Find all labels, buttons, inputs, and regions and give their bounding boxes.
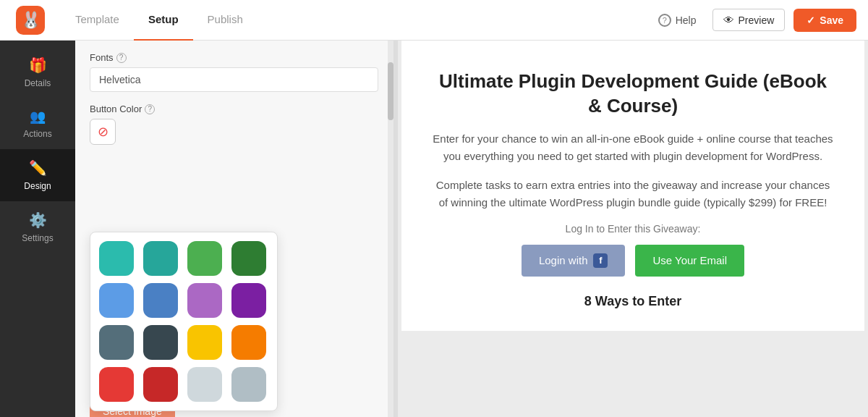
color-swatch-slate-2[interactable] (143, 325, 178, 360)
help-circle-icon: ? (658, 14, 671, 27)
settings-panel: Fonts ? Button Color ? ⊘ (75, 41, 393, 417)
color-swatch-blue-2[interactable] (143, 283, 178, 318)
gear-icon: ⚙️ (29, 211, 47, 229)
login-facebook-button[interactable]: Login with f (522, 245, 626, 277)
people-icon: 👥 (30, 109, 46, 125)
sidebar-item-details[interactable]: 🎁 Details (0, 46, 75, 98)
preview-ways-to-enter: 8 Ways to Enter (430, 294, 835, 309)
sidebar-item-design[interactable]: ✏️ Design (0, 149, 75, 201)
color-swatch-green-2[interactable] (231, 241, 266, 276)
sidebar-item-label-settings: Settings (22, 233, 53, 243)
preview-button[interactable]: 👁 Preview (712, 9, 786, 31)
login-fb-label: Login with (539, 254, 588, 266)
tab-setup[interactable]: Setup (134, 0, 193, 41)
gift-icon: 🎁 (29, 56, 47, 74)
color-swatch-slate-1[interactable] (99, 325, 134, 360)
color-swatch-yellow[interactable] (187, 325, 222, 360)
facebook-icon: f (593, 253, 608, 268)
main: 🎁 Details 👥 Actions ✏️ Design ⚙️ Setting… (0, 41, 868, 417)
panel-inner: Fonts ? Button Color ? ⊘ (75, 41, 393, 417)
button-color-field-group: Button Color ? ⊘ (90, 104, 378, 145)
preview-pane: Ultimate Plugin Development Guide (eBook… (398, 41, 868, 417)
nav-tabs: Template Setup Publish (61, 0, 258, 40)
pencil-icon: ✏️ (29, 159, 47, 177)
color-swatch-orange[interactable] (231, 325, 266, 360)
fonts-label: Fonts ? (90, 52, 378, 63)
preview-title: Ultimate Plugin Development Guide (eBook… (430, 70, 835, 119)
preview-desc1: Enter for your chance to win an all-in-o… (430, 130, 835, 165)
logo: 🐰 (12, 0, 49, 41)
preview-buttons: Login with f Use Your Email (430, 245, 835, 277)
sidebar-item-label-details: Details (25, 78, 51, 88)
preview-card: Ultimate Plugin Development Guide (eBook… (401, 41, 864, 331)
color-swatch-purple-2[interactable] (231, 283, 266, 318)
header: 🐰 Template Setup Publish ? Help 👁 Previe… (0, 0, 868, 41)
login-email-button[interactable]: Use Your Email (635, 245, 744, 277)
preview-login-label: Log In to Enter this Giveaway: (430, 223, 835, 235)
color-swatch-blue-1[interactable] (99, 283, 134, 318)
color-swatch-teal-1[interactable] (99, 241, 134, 276)
color-grid (99, 241, 268, 402)
color-swatch-red-2[interactable] (143, 367, 178, 402)
sidebar-item-settings[interactable]: ⚙️ Settings (0, 201, 75, 253)
no-color-icon: ⊘ (98, 124, 109, 140)
eye-icon: 👁 (723, 14, 734, 26)
color-swatch-teal-2[interactable] (143, 241, 178, 276)
sidenav: 🎁 Details 👥 Actions ✏️ Design ⚙️ Setting… (0, 41, 75, 417)
logo-face-icon: 🐰 (21, 11, 41, 30)
color-picker-dropdown (90, 232, 278, 411)
button-color-help-icon[interactable]: ? (145, 104, 155, 114)
color-swatch-green-1[interactable] (187, 241, 222, 276)
color-swatch-gray-light-2[interactable] (231, 367, 266, 402)
fonts-field-group: Fonts ? (90, 52, 378, 92)
color-swatch-gray-light-1[interactable] (187, 367, 222, 402)
help-label: Help (676, 14, 697, 26)
button-color-row: ⊘ (90, 119, 378, 145)
fonts-input[interactable] (90, 67, 378, 92)
color-swatch-red-1[interactable] (99, 367, 134, 402)
check-icon: ✓ (807, 14, 815, 26)
tab-template[interactable]: Template (61, 0, 134, 41)
logo-icon: 🐰 (16, 6, 45, 35)
fonts-help-icon[interactable]: ? (116, 53, 127, 63)
save-button[interactable]: ✓ Save (793, 9, 856, 32)
color-swatch-preview[interactable]: ⊘ (90, 119, 116, 145)
header-right: ? Help 👁 Preview ✓ Save (651, 9, 856, 32)
sidebar-item-actions[interactable]: 👥 Actions (0, 98, 75, 149)
scrollbar-thumb[interactable] (388, 62, 393, 120)
preview-desc2: Complete tasks to earn extra entries int… (430, 177, 835, 211)
sidebar-item-label-design: Design (24, 181, 51, 191)
color-swatch-purple-1[interactable] (187, 283, 222, 318)
button-color-label: Button Color ? (90, 104, 378, 114)
help-button[interactable]: ? Help (651, 9, 704, 31)
panel-wrapper: Fonts ? Button Color ? ⊘ (75, 41, 393, 417)
tab-publish[interactable]: Publish (193, 0, 258, 41)
scrollbar-track (388, 41, 393, 417)
sidebar-item-label-actions: Actions (23, 129, 51, 139)
